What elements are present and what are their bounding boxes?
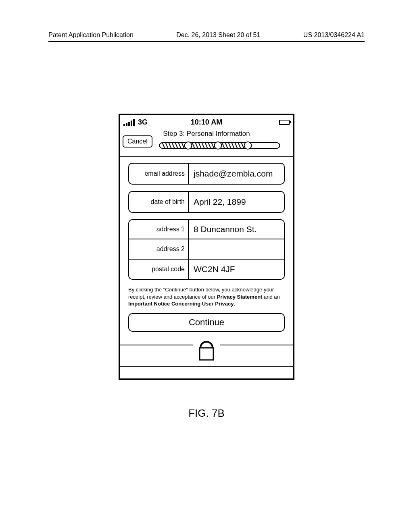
postal-label: postal code	[128, 260, 189, 280]
svg-point-22	[185, 142, 192, 149]
bottom-area	[120, 345, 293, 378]
header-right: US 2013/0346224 A1	[303, 31, 365, 39]
header-center: Dec. 26, 2013 Sheet 20 of 51	[176, 31, 260, 39]
clock: 10:10 AM	[120, 118, 293, 127]
cancel-button[interactable]: Cancel	[123, 135, 152, 148]
disclaimer-post: .	[234, 301, 236, 307]
postal-field[interactable]: WC2N 4JF	[189, 260, 285, 280]
dob-field[interactable]: April 22, 1899	[189, 191, 285, 213]
address1-label: address 1	[128, 219, 189, 239]
address-group: address 1 8 Duncannon St. address 2 post…	[128, 219, 285, 280]
header-left: Patent Application Publication	[48, 31, 133, 39]
privacy-notice-link[interactable]: Important Notice Concerning User Privacy	[128, 301, 234, 307]
svg-rect-25	[200, 348, 213, 360]
svg-point-23	[215, 142, 222, 149]
dob-label: date of birth	[128, 191, 189, 213]
disclaimer-mid: and an	[262, 294, 280, 300]
continue-button[interactable]: Continue	[128, 313, 285, 332]
email-row: email address jshade@zembla.com	[128, 163, 285, 185]
email-field[interactable]: jshade@zembla.com	[189, 163, 285, 185]
svg-point-24	[244, 142, 252, 149]
battery-icon	[279, 120, 290, 125]
privacy-disclaimer: By clicking the "Continue" button below,…	[128, 286, 285, 308]
address2-label: address 2	[128, 239, 189, 260]
lock-icon	[193, 336, 220, 363]
figure-label: FIG. 7B	[0, 407, 413, 420]
nav-bar: Step 3: Personal Information Cancel	[120, 128, 293, 156]
email-label: email address	[128, 163, 189, 185]
progress-bar	[159, 141, 281, 150]
patent-header: Patent Application Publication Dec. 26, …	[48, 31, 365, 42]
dob-row: date of birth April 22, 1899	[128, 191, 285, 213]
address1-field[interactable]: 8 Duncannon St.	[189, 219, 285, 239]
privacy-statement-link[interactable]: Privacy Statement	[217, 294, 263, 300]
form: email address jshade@zembla.com date of …	[120, 156, 293, 357]
phone-frame: 3G 10:10 AM Step 3: Personal Information…	[119, 114, 294, 380]
status-bar: 3G 10:10 AM	[120, 115, 293, 128]
address2-field[interactable]	[189, 239, 285, 260]
